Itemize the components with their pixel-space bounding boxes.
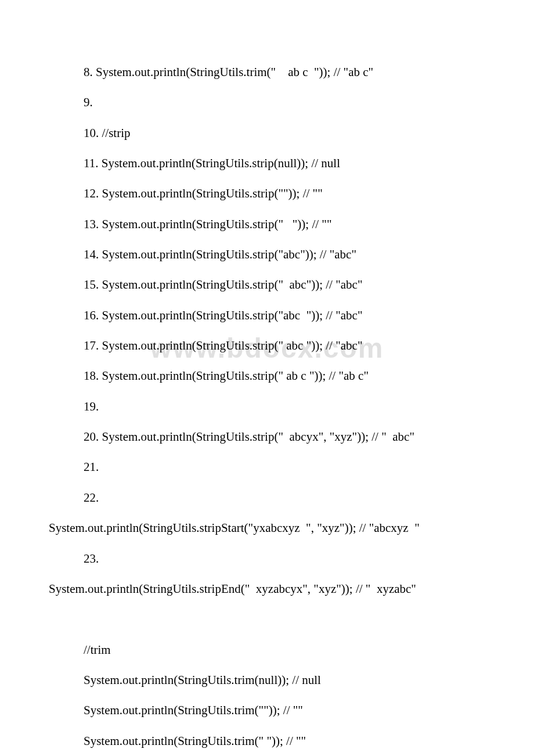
code-line: System.out.println(StringUtils.trim(""))…	[49, 702, 485, 718]
code-line: System.out.println(StringUtils.stripEnd(…	[49, 581, 485, 597]
code-line: 23.	[49, 550, 485, 567]
code-line: System.out.println(StringUtils.trim(" ")…	[49, 733, 485, 749]
code-line: 18. System.out.println(StringUtils.strip…	[49, 368, 485, 384]
code-line: 17. System.out.println(StringUtils.strip…	[49, 337, 485, 354]
code-line: 22.	[49, 489, 485, 506]
code-line: 15. System.out.println(StringUtils.strip…	[49, 276, 485, 293]
code-line: System.out.println(StringUtils.stripStar…	[49, 520, 485, 536]
code-line: 14. System.out.println(StringUtils.strip…	[49, 246, 485, 262]
code-line: System.out.println(StringUtils.trim(null…	[49, 672, 485, 688]
code-line: 20. System.out.println(StringUtils.strip…	[49, 429, 485, 445]
document-page: 8. System.out.println(StringUtils.trim("…	[0, 0, 534, 756]
code-line: //trim	[49, 642, 485, 658]
code-line: 8. System.out.println(StringUtils.trim("…	[49, 64, 485, 80]
code-line	[49, 611, 485, 627]
code-line: 13. System.out.println(StringUtils.strip…	[49, 216, 485, 232]
code-line: 11. System.out.println(StringUtils.strip…	[49, 155, 485, 171]
code-line: 10. //strip	[49, 125, 485, 141]
code-line: 16. System.out.println(StringUtils.strip…	[49, 307, 485, 323]
code-line: 9.	[49, 94, 485, 110]
code-line: 19.	[49, 398, 485, 415]
code-line: 12. System.out.println(StringUtils.strip…	[49, 185, 485, 201]
code-line: 21.	[49, 459, 485, 475]
